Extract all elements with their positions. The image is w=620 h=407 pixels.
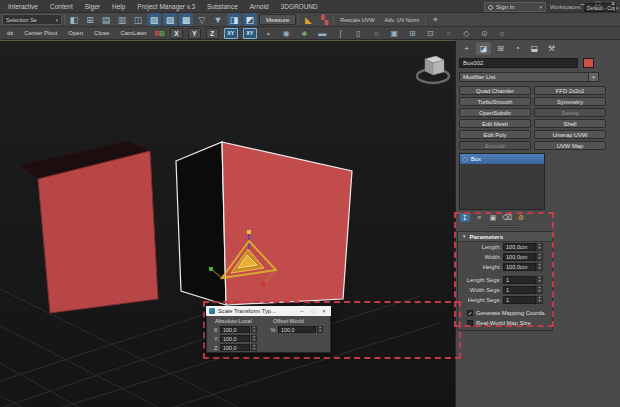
paint-bucket-icon[interactable]: ◣ — [301, 13, 315, 26]
uv-transform-icon[interactable]: ◨ — [227, 13, 241, 26]
named-selection-sets-dropdown[interactable]: Selection Se ▾ — [2, 14, 62, 25]
menu-interactive[interactable]: Interactive — [8, 3, 38, 10]
gizmo-x-handle[interactable] — [261, 282, 265, 286]
height-segs-spinner[interactable]: ▲▼ — [536, 296, 543, 304]
section-icon[interactable]: ⊞ — [406, 28, 419, 39]
close-button-toolbar[interactable]: Close — [91, 30, 112, 36]
unwrap-uvw-button[interactable]: Unwrap UVW — [534, 130, 606, 139]
uvw-map-button[interactable]: UVW Map — [534, 141, 606, 150]
width-field[interactable]: 100,0cm — [503, 253, 536, 261]
diamond-icon[interactable]: ◇ — [460, 28, 473, 39]
width-segs-field[interactable]: 1 — [503, 286, 536, 294]
align-icon[interactable]: ⊞ — [83, 13, 97, 26]
volume-funnel-icon[interactable]: ▼ — [211, 13, 225, 26]
box-right-selected-object[interactable] — [176, 142, 352, 305]
menu-arnold[interactable]: Arnold — [250, 3, 269, 10]
axis-xy-toggle[interactable]: XY — [224, 28, 238, 39]
eye-icon[interactable]: ⊙ — [478, 28, 491, 39]
axis-x-button[interactable]: X — [170, 28, 183, 39]
height-segs-field[interactable]: 1 — [503, 296, 536, 304]
scene-explorer-icon[interactable]: ▥ — [115, 13, 129, 26]
layer-explorer-icon[interactable]: ▤ — [99, 13, 113, 26]
dialog-titlebar[interactable]: Scale Transform Typ... – □ × — [206, 306, 331, 316]
menu-content[interactable]: Content — [50, 3, 73, 10]
symmetry-button[interactable]: Symmetry — [534, 97, 606, 106]
generate-mapping-coords-row[interactable]: ✓ Generate Mapping Coords. — [458, 308, 552, 318]
make-unique-icon[interactable]: ▣ — [488, 213, 498, 222]
select-funnel-icon[interactable]: ▽ — [195, 13, 209, 26]
pin-stack-icon[interactable]: ↧ — [460, 213, 470, 222]
open-button[interactable]: Open — [65, 30, 86, 36]
dialog-minimize-button[interactable]: – — [298, 308, 306, 314]
compound-icon[interactable]: ▣ — [388, 28, 401, 39]
show-end-result-icon[interactable]: ≡ — [474, 213, 484, 222]
offset-percent-field[interactable]: 100,0 — [278, 326, 316, 333]
x-scale-field[interactable]: 100,0 — [220, 326, 250, 333]
turbosmooth-button[interactable]: TurboSmooth — [459, 97, 531, 106]
height-field[interactable]: 100,0cm — [503, 263, 536, 271]
menu-siger[interactable]: Siger — [85, 3, 100, 10]
offset-percent-spinner[interactable]: ▲▼ — [317, 326, 323, 333]
gizmo-y-handle[interactable] — [209, 267, 213, 271]
menu-3dground[interactable]: 3DGROUND — [281, 3, 318, 10]
uv-grid-icon[interactable]: ▧ — [163, 13, 177, 26]
door-icon[interactable]: ▯ — [352, 28, 365, 39]
object-color-swatch[interactable] — [583, 58, 594, 68]
utilities-tab-icon[interactable]: ⚒ — [544, 42, 559, 55]
motion-tab-icon[interactable]: ◔ — [510, 42, 525, 55]
uv-checker-icon[interactable]: ▨ — [147, 13, 161, 26]
rb-icon[interactable]: RB — [155, 30, 165, 37]
plant-icon[interactable]: ♣ — [298, 28, 311, 39]
ds-button[interactable]: ds — [4, 30, 16, 36]
minimize-button[interactable]: – — [581, 0, 585, 8]
generate-mapping-coords-checkbox[interactable]: ✓ — [467, 310, 473, 316]
uv-tile-icon[interactable]: ▩ — [179, 13, 193, 26]
box-left-object[interactable] — [20, 141, 158, 313]
panel-splitter-handle[interactable] — [488, 225, 518, 228]
center-pivot-button[interactable]: Center Pivot — [21, 30, 60, 36]
real-world-map-size-row[interactable]: Real-World Map Size — [458, 318, 552, 328]
measure-button[interactable]: Measure — [259, 14, 296, 25]
camlater-button[interactable]: CamLater — [117, 30, 149, 36]
z-scale-field[interactable]: 100,0 — [220, 344, 250, 351]
edit-mesh-button[interactable]: Edit Mesh — [459, 119, 531, 128]
length-spinner[interactable]: ▲▼ — [536, 243, 543, 251]
length-segs-spinner[interactable]: ▲▼ — [536, 276, 543, 284]
light-icon[interactable]: ☼ — [496, 28, 509, 39]
dialog-close-button[interactable]: × — [320, 308, 328, 314]
hierarchy-tab-icon[interactable]: ⊞ — [493, 42, 508, 55]
mirror-icon[interactable]: ◧ — [67, 13, 81, 26]
axis-y-button[interactable]: Y — [188, 28, 201, 39]
length-segs-field[interactable]: 1 — [503, 276, 536, 284]
rescale-uvw-button[interactable]: Rescale UVW — [336, 17, 378, 23]
menu-help[interactable]: Help — [112, 3, 125, 10]
y-scale-field[interactable]: 100,0 — [220, 335, 250, 342]
uv-align-icon[interactable]: ◩ — [243, 13, 257, 26]
spline-icon[interactable]: ∫ — [334, 28, 347, 39]
display-tab-icon[interactable]: ⬓ — [527, 42, 542, 55]
shell-button[interactable]: Shell — [534, 119, 606, 128]
scale-transform-type-in-dialog[interactable]: Scale Transform Typ... – □ × Absolute:Lo… — [206, 306, 331, 353]
create-tab-icon[interactable]: + — [459, 42, 474, 55]
close-button[interactable]: × — [611, 0, 615, 8]
width-segs-spinner[interactable]: ▲▼ — [536, 286, 543, 294]
plane-icon[interactable]: ▬ — [316, 28, 329, 39]
sphere-icon[interactable]: ◉ — [280, 28, 293, 39]
curve-editor-icon[interactable]: ◫ — [131, 13, 145, 26]
vertex-dot-icon[interactable]: • — [262, 28, 275, 39]
sign-in-button[interactable]: Sign In ▾ — [484, 2, 546, 12]
quad-chamfer-button[interactable]: Quad Chamfer — [459, 86, 531, 95]
modify-tab-icon[interactable]: ◪ — [476, 42, 491, 55]
modifier-list-dropdown[interactable]: Modifier List ▾ — [459, 72, 599, 82]
parameters-rollout-header[interactable]: ▼ Parameters — [458, 232, 552, 242]
peel-icon[interactable]: ⌖ — [428, 13, 442, 26]
real-world-map-size-checkbox[interactable] — [467, 320, 473, 326]
stack-item-box[interactable]: ▢ Box — [460, 154, 544, 164]
configure-modifier-sets-icon[interactable]: ⚙ — [516, 213, 526, 222]
height-spinner[interactable]: ▲▼ — [536, 263, 543, 271]
length-field[interactable]: 100,0cm — [503, 243, 536, 251]
width-spinner[interactable]: ▲▼ — [536, 253, 543, 261]
circle-icon[interactable]: ○ — [370, 28, 383, 39]
modifier-stack[interactable]: ▢ Box — [459, 153, 545, 210]
axis-plane-flyout[interactable]: XY — [243, 28, 257, 39]
